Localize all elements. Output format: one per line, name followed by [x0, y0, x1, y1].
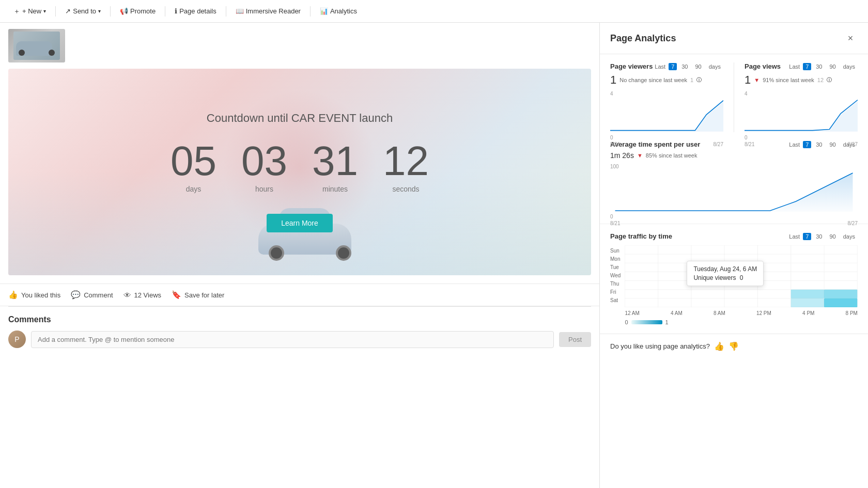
promote-label: Promote — [130, 7, 156, 15]
minutes-number: 31 — [312, 140, 358, 182]
legend-one: 1 — [665, 319, 669, 325]
new-button[interactable]: ＋ + New ▾ — [8, 5, 51, 18]
views-button[interactable]: 👁 12 Views — [123, 291, 162, 300]
feedback-row: Do you like using page analytics? 👍 👎 — [600, 334, 868, 358]
days-label: days — [186, 185, 202, 193]
views-y-min: 0 — [745, 135, 858, 140]
avg-chart-svg — [610, 170, 858, 212]
learn-more-button[interactable]: Learn More — [267, 214, 333, 232]
comment-input[interactable] — [31, 331, 554, 348]
viewers-period-90[interactable]: 90 — [693, 63, 704, 70]
page-viewers-title: Page viewers — [610, 62, 653, 70]
countdown-hours: 03 hours — [241, 140, 287, 193]
hours-label: hours — [255, 185, 273, 193]
page-views-chart: 4 0 8/21 8/27 — [745, 91, 858, 132]
traffic-period-days[interactable]: days — [841, 233, 858, 240]
page-views-info-icon: ⓘ — [827, 76, 832, 84]
new-chevron-icon: ▾ — [43, 8, 46, 14]
page-details-icon: ℹ — [175, 7, 177, 15]
page-views-info: 12 — [817, 77, 824, 83]
legend-zero: 0 — [625, 319, 628, 325]
time-label-4pm: 4 PM — [802, 310, 814, 316]
viewers-axis-row: 8/21 8/27 — [610, 141, 723, 147]
traffic-period-30[interactable]: 30 — [813, 233, 825, 240]
traffic-days: Sun Mon Tue Wed Thu Fri Sat — [610, 245, 621, 325]
page-viewers-chart: 4 0 8/21 8/27 — [610, 91, 723, 132]
page-views-block: Page views Last 7 30 90 days 1 ▼ 91% sin… — [745, 62, 858, 132]
page-viewers-header: Page viewers Last 7 30 90 days — [610, 62, 723, 70]
time-label-8pm: 8 PM — [846, 310, 858, 316]
views-period-90[interactable]: 90 — [827, 63, 839, 70]
traffic-period-7[interactable]: 7 — [803, 233, 811, 240]
views-period-7[interactable]: 7 — [803, 63, 811, 70]
views-period-days[interactable]: days — [841, 63, 858, 70]
send-to-icon: ↗ — [65, 7, 71, 15]
viewers-period-7[interactable]: 7 — [669, 63, 677, 70]
hero-banner: Countdown until CAR EVENT launch 05 days… — [8, 69, 591, 275]
page-views-header: Page views Last 7 30 90 days — [745, 62, 858, 70]
seconds-number: 12 — [383, 140, 429, 182]
days-number: 05 — [171, 140, 216, 182]
page-viewers-info: 1 — [690, 77, 693, 83]
analytics-icon: 📊 — [320, 7, 328, 15]
comment-input-row: P Post — [8, 330, 591, 348]
viewers-y-max: 4 — [610, 91, 723, 97]
comment-icon: 💬 — [71, 290, 81, 300]
views-period-last: Last — [789, 64, 800, 70]
countdown-row: 05 days 03 hours 31 minutes 12 seconds — [171, 140, 429, 193]
avg-y-max: 100 — [610, 164, 858, 169]
views-period-30[interactable]: 30 — [813, 63, 825, 70]
seconds-label: seconds — [392, 185, 419, 193]
countdown-seconds: 12 seconds — [383, 140, 429, 193]
car-wheel-right — [336, 245, 351, 261]
avg-axis-start: 8/21 — [610, 221, 620, 226]
viewers-period-30[interactable]: 30 — [679, 63, 690, 70]
avatar-initial: P — [14, 335, 19, 343]
analytics-panel: Page Analytics × Page viewers Last 7 30 … — [599, 23, 868, 488]
traffic-day-wed: Wed — [610, 271, 621, 279]
page-details-button[interactable]: ℹ Page details — [169, 5, 222, 17]
immersive-reader-button[interactable]: 📖 Immersive Reader — [230, 5, 306, 17]
traffic-grid: Sun Mon Tue Wed Thu Fri Sat — [610, 245, 858, 325]
send-to-button[interactable]: ↗ Send to ▾ — [60, 5, 106, 17]
immersive-reader-label: Immersive Reader — [246, 7, 301, 15]
page-viewers-block: Page viewers Last 7 30 90 days 1 No chan… — [610, 62, 723, 132]
thumbs-up-icon[interactable]: 👍 — [714, 341, 724, 351]
panel-title: Page Analytics — [610, 33, 676, 44]
traffic-period-last: Last — [789, 233, 800, 240]
views-axis-end: 8/27 — [848, 141, 858, 147]
views-axis-row: 8/21 8/27 — [745, 141, 858, 147]
traffic-day-fri: Fri — [610, 288, 621, 296]
promote-button[interactable]: 📢 Promote — [115, 5, 161, 17]
svg-rect-20 — [824, 290, 857, 298]
views-icon: 👁 — [123, 291, 131, 300]
traffic-day-tue: Tue — [610, 263, 621, 271]
traffic-day-mon: Mon — [610, 255, 621, 263]
traffic-period-90[interactable]: 90 — [827, 233, 839, 240]
thumbs-down-icon[interactable]: 👎 — [729, 341, 739, 351]
avg-time-chart: 100 0 8/21 8/27 — [610, 164, 858, 215]
page-details-label: Page details — [179, 7, 216, 15]
analytics-label: Analytics — [330, 7, 357, 15]
comment-button[interactable]: 💬 Comment — [71, 290, 113, 300]
post-comment-button[interactable]: Post — [559, 332, 591, 347]
content-area: Countdown until CAR EVENT launch 05 days… — [0, 23, 599, 488]
svg-marker-1 — [745, 101, 858, 132]
traffic-day-sun: Sun — [610, 246, 621, 255]
toolbar-separator-1 — [55, 6, 56, 17]
down-arrow-icon: ▼ — [754, 77, 760, 83]
toolbar-separator-5 — [310, 6, 311, 17]
close-analytics-button[interactable]: × — [843, 31, 858, 45]
save-button[interactable]: 🔖 Save for later — [172, 290, 224, 300]
page-viewers-sub: No change since last week — [619, 77, 687, 83]
analytics-button[interactable]: 📊 Analytics — [315, 5, 362, 17]
page-thumbnail — [0, 23, 599, 69]
page-viewers-value: 1 — [610, 73, 616, 87]
panel-header: Page Analytics × — [600, 23, 868, 54]
car-wheel-left — [269, 245, 284, 261]
avg-time-value: 1m 26s — [610, 151, 634, 160]
like-button[interactable]: 👍 You liked this — [8, 290, 60, 300]
viewers-period-days[interactable]: days — [706, 63, 723, 70]
avg-time-section: Average time spent per user Last 7 30 90… — [600, 140, 868, 224]
page-views-title: Page views — [745, 62, 781, 70]
